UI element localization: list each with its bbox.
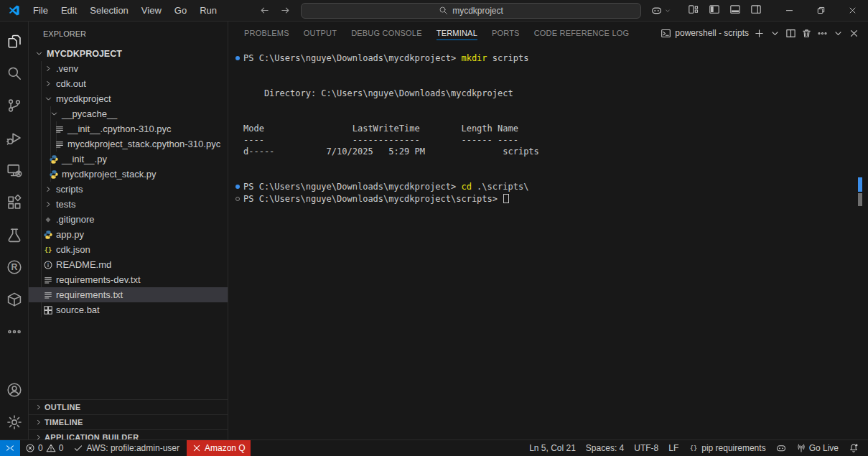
activity-explorer-button[interactable] xyxy=(0,24,29,57)
menu-file[interactable]: File xyxy=(27,5,55,16)
tree-item-requirements-dev-txt[interactable]: requirements-dev.txt xyxy=(29,272,228,287)
more-actions-button[interactable] xyxy=(817,28,828,39)
tree-item-mycdkproject-stack-py[interactable]: mycdkproject_stack.py xyxy=(29,167,228,182)
back-arrow-icon[interactable] xyxy=(255,5,274,16)
tree-item-scripts[interactable]: scripts xyxy=(29,182,228,197)
activity-r-language-button[interactable]: R xyxy=(0,251,29,283)
terminal-line xyxy=(235,111,868,122)
kill-terminal-button[interactable] xyxy=(801,28,812,39)
chevron-down-icon xyxy=(664,7,671,14)
text-file-icon xyxy=(55,139,65,149)
tree-item-mycdkproject[interactable]: mycdkproject xyxy=(29,91,228,106)
terminal-view[interactable]: PS C:\Users\nguye\Downloads\mycdkproject… xyxy=(228,45,868,439)
terminal-text: Directory: C:\Users\nguye\Downloads\mycd… xyxy=(243,88,513,99)
tree-item--init-py[interactable]: __init__.py xyxy=(29,152,228,167)
activity-extensions-button[interactable] xyxy=(0,186,29,218)
activity-source-control-button[interactable] xyxy=(0,89,29,121)
status-copilot-status[interactable] xyxy=(771,440,791,456)
close-button[interactable] xyxy=(836,0,868,21)
menu-view[interactable]: View xyxy=(135,5,168,16)
tree-item--venv[interactable]: .venv xyxy=(29,61,228,76)
menu-go[interactable]: Go xyxy=(168,5,193,16)
tree-item-cdk-out[interactable]: cdk.out xyxy=(29,76,228,91)
tree-item-requirements-txt[interactable]: requirements.txt xyxy=(29,287,228,302)
toggle-panel-bottom-button[interactable] xyxy=(728,2,742,19)
toggle-panel-left-button[interactable] xyxy=(707,2,722,19)
tree-item-mycdkproject[interactable]: MYCDKPROJECT xyxy=(29,46,228,61)
status-language-mode[interactable]: {}pip requirements xyxy=(683,440,770,456)
panel-tab-ports[interactable]: PORTS xyxy=(485,22,527,45)
menu-edit[interactable]: Edit xyxy=(55,5,83,16)
panel-actions: powershell - scripts xyxy=(661,28,859,39)
tree-item-app-py[interactable]: app.py xyxy=(29,227,228,242)
more-menu-button[interactable] xyxy=(223,0,236,21)
tree-item-tests[interactable]: tests xyxy=(29,197,228,212)
section-timeline[interactable]: TIMELINE xyxy=(29,414,228,429)
panel-tab-terminal[interactable]: TERMINAL xyxy=(429,22,485,45)
command-pending-ring xyxy=(235,197,240,201)
status-go-live[interactable]: Go Live xyxy=(791,440,844,456)
activity-application-composer-button[interactable] xyxy=(0,283,29,315)
terminal-command-decoration xyxy=(235,158,243,169)
command-center-search[interactable]: mycdkproject xyxy=(301,3,641,19)
terminal-command-decoration xyxy=(235,76,243,88)
forward-arrow-icon[interactable] xyxy=(276,5,295,16)
terminal-profile-button[interactable]: powershell - scripts xyxy=(661,28,749,39)
activity-testing-button[interactable] xyxy=(0,218,29,251)
tree-item-source-bat[interactable]: source.bat xyxy=(29,302,228,317)
activity-settings-button[interactable] xyxy=(0,406,29,438)
menu-run[interactable]: Run xyxy=(193,5,223,16)
panel-tab-problems[interactable]: PROBLEMS xyxy=(237,22,297,45)
hide-panel-button[interactable] xyxy=(833,28,844,39)
restore-button[interactable] xyxy=(805,0,836,21)
bell-icon xyxy=(849,443,859,453)
minimize-button[interactable] xyxy=(773,0,805,21)
python-icon xyxy=(49,169,59,180)
panel-tab-code-reference-log[interactable]: CODE REFERENCE LOG xyxy=(527,22,637,45)
panel-tabs: PROBLEMSOUTPUTDEBUG CONSOLETERMINALPORTS… xyxy=(237,22,636,45)
activity-more-button[interactable] xyxy=(0,315,29,348)
section-outline[interactable]: OUTLINE xyxy=(29,399,228,414)
panel-tab-output[interactable]: OUTPUT xyxy=(297,22,344,45)
chevron-right-icon xyxy=(34,418,43,427)
tree-item--gitignore[interactable]: .gitignore xyxy=(29,212,228,227)
status-aws-profile[interactable]: AWS: profile:admin-user xyxy=(68,440,185,456)
new-terminal-button[interactable] xyxy=(754,28,765,39)
status-encoding[interactable]: UTF-8 xyxy=(629,440,663,456)
tree-item--init-cpython-310-pyc[interactable]: __init__.cpython-310.pyc xyxy=(29,121,228,136)
toggle-layout-button[interactable] xyxy=(686,2,701,19)
tree-item--pycache-[interactable]: __pycache__ xyxy=(29,106,228,121)
account-icon xyxy=(6,382,22,398)
close-panel-button[interactable] xyxy=(849,28,859,39)
activity-account-button[interactable] xyxy=(0,373,29,406)
split-terminal-button[interactable] xyxy=(785,28,796,39)
status-amazon-q[interactable]: Amazon Q xyxy=(187,440,251,456)
activity-remote-explorer-button[interactable] xyxy=(0,154,29,186)
section-application-builder[interactable]: APPLICATION BUILDER xyxy=(29,429,228,439)
history-navigation xyxy=(255,5,295,16)
launch-profile-dropdown-button[interactable] xyxy=(770,28,780,39)
copilot-menu-button[interactable] xyxy=(647,5,676,16)
status-problems[interactable]: 00 xyxy=(20,440,68,456)
tree-item-readme-md[interactable]: README.md xyxy=(29,257,228,272)
status-remote-indicator[interactable] xyxy=(0,440,20,456)
terminal-cursor xyxy=(503,194,509,203)
status-notifications[interactable] xyxy=(844,440,864,456)
tree-item-mycdkproject-stack-cpython-310-pyc[interactable]: mycdkproject_stack.cpython-310.pyc xyxy=(29,136,228,152)
status-eol[interactable]: LF xyxy=(663,440,683,456)
status-bar-left: 00AWS: profile:admin-userAmazon Q xyxy=(0,440,251,456)
terminal-text: d----- 7/10/2025 5:29 PM scripts xyxy=(243,146,539,157)
activity-search-button[interactable] xyxy=(0,57,29,89)
menu-selection[interactable]: Selection xyxy=(83,5,134,16)
status-indentation[interactable]: Spaces: 4 xyxy=(581,440,629,456)
layout-icon xyxy=(688,4,699,15)
panel-left-icon xyxy=(709,4,720,15)
status-cursor-position[interactable]: Ln 5, Col 21 xyxy=(524,440,581,456)
vscode-window: FileEditSelectionViewGoRun mycdkproject … xyxy=(0,0,868,456)
activity-run-debug-button[interactable] xyxy=(0,121,29,154)
text-file-icon xyxy=(43,290,53,300)
panel-tab-debug-console[interactable]: DEBUG CONSOLE xyxy=(344,22,429,45)
tree-item-cdk-json[interactable]: {}cdk.json xyxy=(29,242,228,257)
toggle-panel-right-button[interactable] xyxy=(749,2,763,19)
check-icon xyxy=(73,443,83,453)
